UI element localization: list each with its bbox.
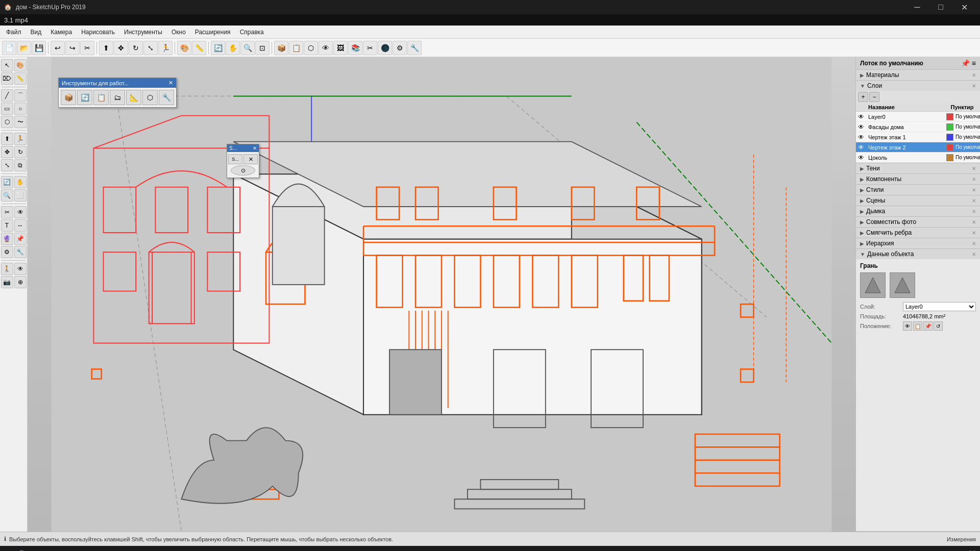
erase-tool[interactable]: ⌦ bbox=[1, 72, 13, 85]
layer-row-2[interactable]: 👁 Чертеж этаж 1 По умолчанию bbox=[856, 132, 980, 142]
layer-row-1[interactable]: 👁 Фасады дома По умолчанию bbox=[856, 122, 980, 132]
menu-view[interactable]: Вид bbox=[27, 27, 46, 37]
scale-tool[interactable]: ⤡ bbox=[1, 159, 13, 171]
styles-header[interactable]: ▶ Стили ✕ bbox=[856, 185, 980, 195]
toolbar-views[interactable]: 👁 bbox=[318, 41, 333, 55]
obj-layer-select[interactable]: Layer0 bbox=[903, 302, 976, 311]
toolbar-solid-tools[interactable]: ⬡ bbox=[304, 41, 318, 55]
toolbar-pan[interactable]: ✋ bbox=[226, 41, 240, 55]
menu-window[interactable]: Окно bbox=[167, 27, 190, 37]
toolbar-redo[interactable]: ↪ bbox=[65, 41, 80, 55]
dim-tool[interactable]: ↔ bbox=[14, 219, 27, 232]
soften-edges-header[interactable]: ▶ Смягчить ребра ✕ bbox=[856, 228, 980, 238]
polygon-tool[interactable]: ⬡ bbox=[1, 116, 13, 128]
layers-add-btn[interactable]: + bbox=[858, 92, 868, 102]
float-panel-header[interactable]: Инструменты для работ... ✕ bbox=[59, 78, 176, 88]
measure-tool[interactable]: 📏 bbox=[14, 72, 27, 85]
layers-remove-btn[interactable]: − bbox=[869, 92, 879, 102]
small-widget-header[interactable]: S... ✕ bbox=[227, 144, 259, 152]
freehand-tool[interactable]: 〜 bbox=[14, 116, 27, 128]
menu-camera[interactable]: Камера bbox=[46, 27, 76, 37]
section-show-tool[interactable]: 👁 bbox=[14, 206, 27, 218]
fog-close[interactable]: ✕ bbox=[972, 209, 976, 214]
minimize-button[interactable]: ─ bbox=[905, 0, 929, 14]
toolbar-undo[interactable]: ↩ bbox=[51, 41, 65, 55]
zoom-window-tool[interactable]: ⬜ bbox=[14, 189, 27, 202]
obj-pos-copy[interactable]: 📋 bbox=[913, 321, 922, 331]
text-tool[interactable]: T bbox=[1, 219, 13, 232]
extra-tool-3[interactable]: ⚙ bbox=[1, 246, 13, 258]
small-widget-close[interactable]: ✕ bbox=[253, 145, 257, 151]
layer-2-vis[interactable]: 👁 bbox=[856, 134, 866, 141]
sw-btn-text[interactable]: S... bbox=[228, 154, 242, 164]
toolbar-component[interactable]: 📦 bbox=[274, 41, 288, 55]
materials-close[interactable]: ✕ bbox=[972, 72, 976, 78]
layers-close[interactable]: ✕ bbox=[972, 83, 976, 89]
match-photo-header[interactable]: ▶ Совместить фото ✕ bbox=[856, 217, 980, 227]
obj-pos-reset[interactable]: ↺ bbox=[934, 321, 943, 331]
toolbar-extra1[interactable]: ⚙ bbox=[393, 41, 407, 55]
push-pull-tool[interactable]: ⬆ bbox=[1, 133, 13, 145]
section-plane-tool[interactable]: ✂ bbox=[1, 206, 13, 218]
layer-0-vis[interactable]: 👁 bbox=[856, 113, 866, 120]
toolbar-measure[interactable]: 📏 bbox=[192, 41, 206, 55]
menu-tools[interactable]: Инструменты bbox=[120, 27, 166, 37]
components-close[interactable]: ✕ bbox=[972, 177, 976, 182]
close-button[interactable]: ✕ bbox=[952, 0, 976, 14]
shadows-close[interactable]: ✕ bbox=[972, 166, 976, 171]
layer-row-0[interactable]: 👁 Layer0 По умолчанию bbox=[856, 112, 980, 122]
layer-2-swatch[interactable] bbox=[946, 134, 953, 141]
toolbar-follow-me[interactable]: 🏃 bbox=[158, 41, 173, 55]
pan-tool[interactable]: ✋ bbox=[14, 176, 27, 188]
toolbar-section[interactable]: ✂ bbox=[363, 41, 377, 55]
arc-tool[interactable]: ⌒ bbox=[14, 89, 27, 102]
layer-row-3[interactable]: 👁 Чертеж этаж 2 По умолчанию bbox=[856, 142, 980, 153]
toolbar-zoom-extents[interactable]: ⊡ bbox=[255, 41, 270, 55]
look-tool[interactable]: 👁 bbox=[14, 263, 27, 275]
toolbar-layers[interactable]: 📚 bbox=[348, 41, 362, 55]
layer-1-vis[interactable]: 👁 bbox=[856, 123, 866, 131]
obj-pos-eye[interactable]: 👁 bbox=[903, 321, 912, 331]
styles-close[interactable]: ✕ bbox=[972, 187, 976, 193]
fp-btn-3[interactable]: 📋 bbox=[93, 90, 109, 105]
sw-btn-close2[interactable]: ✕ bbox=[243, 154, 258, 164]
hierarchy-close[interactable]: ✕ bbox=[972, 241, 976, 246]
layers-header[interactable]: ▼ Слои ✕ bbox=[856, 81, 980, 91]
select-tool[interactable]: ↖ bbox=[1, 59, 13, 71]
toolbar-group[interactable]: 📋 bbox=[289, 41, 303, 55]
object-data-header[interactable]: ▼ Данные объекта ✕ bbox=[856, 249, 980, 259]
rectangle-tool[interactable]: ▭ bbox=[1, 103, 13, 115]
panel-pin-btn[interactable]: 📌 bbox=[961, 59, 970, 67]
layer-3-vis[interactable]: 👁 bbox=[856, 144, 866, 151]
extra-tool-1[interactable]: 🔮 bbox=[1, 233, 13, 245]
canvas-area[interactable]: Инструменты для работ... ✕ 📦 🔄 📋 🗂 📐 ⬡ 🔧… bbox=[28, 57, 855, 532]
toolbar-shadow[interactable]: 🌑 bbox=[378, 41, 392, 55]
paint-tool[interactable]: 🎨 bbox=[14, 59, 27, 71]
zoom-tool[interactable]: 🔍 bbox=[1, 189, 13, 202]
obj-pos-paste[interactable]: 📌 bbox=[923, 321, 933, 331]
line-tool[interactable]: ╱ bbox=[1, 89, 13, 102]
fp-btn-7[interactable]: 🔧 bbox=[159, 90, 174, 105]
toolbar-style[interactable]: 🖼 bbox=[333, 41, 348, 55]
scenes-close[interactable]: ✕ bbox=[972, 198, 976, 204]
sw-btn-orbit[interactable]: ⊙ bbox=[231, 165, 255, 176]
shadows-header[interactable]: ▶ Тени ✕ bbox=[856, 163, 980, 173]
rotate-tool[interactable]: ↻ bbox=[14, 146, 27, 158]
fp-btn-4[interactable]: 🗂 bbox=[110, 90, 125, 105]
fog-header[interactable]: ▶ Дымка ✕ bbox=[856, 206, 980, 216]
toolbar-paint[interactable]: 🎨 bbox=[177, 41, 191, 55]
fp-btn-5[interactable]: 📐 bbox=[126, 90, 141, 105]
orbit-tool[interactable]: 🔄 bbox=[1, 176, 13, 188]
float-panel-close[interactable]: ✕ bbox=[168, 80, 173, 86]
hierarchy-header[interactable]: ▶ Иерархия ✕ bbox=[856, 238, 980, 248]
walk-tool[interactable]: 🚶 bbox=[1, 263, 13, 275]
toolbar-save[interactable]: 💾 bbox=[32, 41, 46, 55]
offset-tool[interactable]: ⧉ bbox=[14, 159, 27, 171]
fp-btn-1[interactable]: 📦 bbox=[61, 90, 76, 105]
object-data-close[interactable]: ✕ bbox=[972, 252, 976, 257]
axes-tool[interactable]: ⊕ bbox=[14, 276, 27, 288]
menu-extensions[interactable]: Расширения bbox=[191, 27, 235, 37]
materials-header[interactable]: ▶ Материалы ✕ bbox=[856, 70, 980, 80]
layer-4-swatch[interactable] bbox=[946, 154, 953, 161]
toolbar-push-pull[interactable]: ⬆ bbox=[99, 41, 113, 55]
